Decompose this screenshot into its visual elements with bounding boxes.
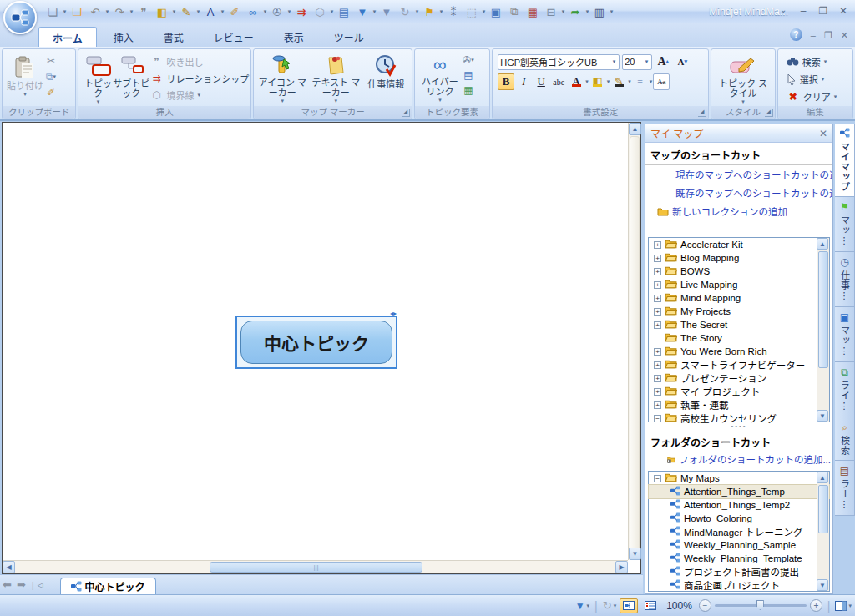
panel-close-icon[interactable]: ✕ bbox=[819, 128, 827, 139]
copy-icon[interactable]: ⧉▾ bbox=[44, 70, 58, 83]
expand-icon[interactable]: + bbox=[654, 321, 661, 329]
map-view-button[interactable] bbox=[620, 598, 638, 613]
map-markers-dialog-launcher[interactable]: ◢ bbox=[402, 109, 410, 117]
relationship-icon[interactable]: ⇉ bbox=[293, 3, 310, 21]
style-dialog-launcher[interactable]: ◢ bbox=[765, 109, 773, 117]
map-tree-item[interactable]: +Mind Mapping bbox=[649, 291, 829, 305]
font-color-icon[interactable]: A bbox=[202, 3, 219, 21]
filter-icon[interactable]: ▼ bbox=[354, 3, 371, 21]
format-painter-icon[interactable]: ✐ bbox=[226, 3, 243, 21]
scroll-left-button[interactable]: ◀ bbox=[3, 561, 15, 573]
save-icon[interactable]: ▥ bbox=[591, 3, 608, 21]
boundary-button[interactable]: ⬡ 境界線▾ bbox=[150, 88, 250, 103]
task-info-button[interactable]: 仕事情報 bbox=[362, 51, 409, 106]
add-new-collection-link[interactable]: 新しいコレクションの追加 bbox=[645, 202, 832, 220]
add-shortcut-existing-map-link[interactable]: 既存のマップへのショートカットの追... bbox=[645, 184, 832, 202]
bold-button[interactable]: B bbox=[498, 73, 514, 90]
hyperlink-button[interactable]: ∞ ハイパーリンク ▾ bbox=[418, 52, 462, 107]
collapse-icon[interactable]: − bbox=[654, 415, 661, 422]
tab-書式[interactable]: 書式 bbox=[150, 27, 197, 47]
scroll-up-button[interactable]: ▲ bbox=[629, 123, 641, 135]
clear-formatting-button[interactable]: A̶a bbox=[653, 73, 670, 90]
attachment-icon[interactable]: ✇▾ bbox=[462, 53, 475, 67]
paste-button[interactable]: 貼り付け ▾ bbox=[6, 53, 44, 108]
canvas-vertical-scrollbar[interactable]: ▲ ▼ bbox=[628, 123, 640, 560]
side-tab-map-marker[interactable]: ⚑マッ⋮ bbox=[835, 197, 855, 252]
select-button[interactable]: 選択▾ bbox=[787, 72, 852, 87]
undo-icon[interactable]: ↶ bbox=[87, 3, 104, 21]
spreadsheet-icon[interactable]: ▦ bbox=[524, 3, 541, 21]
side-tab-my-maps[interactable]: マイマップ bbox=[835, 124, 855, 197]
side-tab-learning[interactable]: ▤ラー⋮ bbox=[835, 461, 855, 516]
folder-scroll-down-button[interactable]: ▼ bbox=[817, 579, 828, 591]
side-tab-task-info[interactable]: ◷仕事⋮ bbox=[835, 252, 855, 307]
refresh-button[interactable]: ↻ ▾ bbox=[603, 599, 616, 612]
zoom-out-button[interactable]: − bbox=[699, 599, 711, 612]
folder-tree-scrollbar[interactable]: ▲ ▼ bbox=[817, 472, 829, 591]
expand-icon[interactable]: + bbox=[654, 295, 661, 302]
close-button[interactable]: ✕ bbox=[837, 4, 850, 18]
image-icon[interactable]: ▦ bbox=[462, 83, 475, 97]
tree-scroll-up-button[interactable]: ▲ bbox=[817, 238, 828, 250]
child-restore-button[interactable]: ❐ bbox=[824, 29, 832, 41]
add-shortcut-current-map-link[interactable]: 現在のマップへのショートカットの追加 bbox=[645, 165, 832, 184]
application-menu-button[interactable] bbox=[3, 1, 37, 34]
select-topics-icon[interactable]: ⬚ bbox=[463, 3, 480, 21]
relationship-button[interactable]: ⇉ リレーションシップ bbox=[150, 71, 250, 86]
redo-dropdown-icon[interactable]: ▾ bbox=[129, 8, 134, 15]
collapse-map-icon[interactable]: ⧉ bbox=[506, 3, 523, 21]
folder-tree-item[interactable]: 商品企画プロジェクト bbox=[649, 578, 829, 592]
add-topic-button[interactable]: トピック ▾ bbox=[83, 52, 113, 107]
scroll-down-button[interactable]: ▼ bbox=[629, 548, 641, 560]
folder-tree-item[interactable]: Weekly_Planning_Template bbox=[649, 552, 829, 565]
tree-scroll-thumb[interactable] bbox=[818, 251, 828, 368]
export-icon[interactable]: ➦ bbox=[567, 3, 584, 21]
print-dropdown-icon[interactable]: ▾ bbox=[560, 8, 566, 15]
expand-icon[interactable]: + bbox=[654, 268, 661, 275]
line-color-button[interactable]: ✎ bbox=[610, 73, 627, 90]
font-name-combobox[interactable]: HGP創英角ゴシックUB▾ bbox=[498, 54, 620, 70]
map-tree-item[interactable]: +Live Mapping bbox=[649, 278, 829, 291]
font-color-button[interactable]: A bbox=[568, 73, 584, 90]
folder-tree-item[interactable]: Attention_Things_Temp2 bbox=[649, 498, 829, 512]
attachment-dropdown-icon[interactable]: ▾ bbox=[286, 8, 292, 15]
fill-color-icon[interactable]: ◧ bbox=[154, 3, 170, 21]
scroll-right-button[interactable]: ▶ bbox=[615, 561, 628, 573]
filter-button[interactable]: ▼ ▾ bbox=[575, 600, 589, 612]
export-dropdown-icon[interactable]: ▾ bbox=[584, 8, 590, 15]
line-color-icon[interactable]: ✎ bbox=[178, 3, 195, 21]
child-minimize-button[interactable]: – bbox=[811, 29, 816, 41]
map-tree-item[interactable]: +執筆・連載 bbox=[649, 398, 829, 412]
hyperlink-icon[interactable]: ∞ bbox=[245, 3, 261, 21]
map-tree-item[interactable]: +The Secret bbox=[649, 318, 829, 331]
fit-map-icon[interactable]: ▣ bbox=[488, 3, 504, 21]
tab-scroll-left-icon[interactable]: ◁ bbox=[38, 581, 43, 589]
minimize-button[interactable]: – bbox=[797, 4, 810, 18]
zoom-slider[interactable] bbox=[715, 604, 807, 607]
panel-toggle-button[interactable]: ▾ bbox=[835, 601, 852, 611]
expand-icon[interactable]: + bbox=[654, 361, 661, 369]
central-topic-selection[interactable]: ◂▸ 中心トピック bbox=[235, 316, 397, 369]
line-color-dropdown-icon[interactable]: ▾ bbox=[195, 8, 201, 15]
topic-style-button[interactable]: トピック スタイル ▾ bbox=[716, 52, 771, 107]
horizontal-scroll-thumb[interactable]: ||| bbox=[210, 562, 422, 573]
map-tree-scrollbar[interactable]: ▲ ▼ bbox=[817, 238, 829, 422]
map-tree-item[interactable]: The Story bbox=[649, 331, 829, 345]
folder-tree-item[interactable]: Howto_Coloring bbox=[649, 512, 829, 525]
icon-marker-button[interactable]: アイコン マーカー ▾ bbox=[255, 51, 309, 106]
print-icon[interactable]: ⊟ bbox=[543, 3, 559, 21]
folder-tree-item[interactable]: MindManager トレーニング bbox=[649, 525, 829, 538]
map-tree-item[interactable]: +BOWS bbox=[649, 265, 829, 278]
expand-icon[interactable]: + bbox=[654, 401, 661, 409]
expand-icon[interactable]: + bbox=[654, 388, 661, 396]
underline-button[interactable]: U bbox=[533, 73, 549, 90]
map-tree-item[interactable]: +Accelerater Kit bbox=[649, 238, 829, 251]
redo-icon[interactable]: ↷ bbox=[111, 3, 128, 21]
grow-font-button[interactable]: A▴ bbox=[655, 53, 671, 70]
tree-scroll-down-button[interactable]: ▼ bbox=[817, 410, 828, 422]
expand-icon[interactable]: + bbox=[654, 255, 661, 262]
map-tree-item[interactable]: +My Projects bbox=[649, 305, 829, 318]
map-tree-item[interactable]: +スマートライフナビゲーター bbox=[649, 358, 829, 371]
expand-icon[interactable]: + bbox=[654, 375, 661, 382]
tab-レビュー[interactable]: レビュー bbox=[200, 27, 267, 47]
